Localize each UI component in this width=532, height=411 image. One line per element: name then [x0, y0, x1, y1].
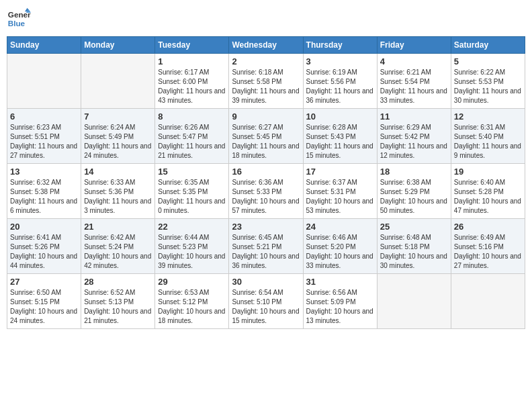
- svg-text:Blue: Blue: [8, 19, 26, 28]
- day-info: Sunrise: 6:22 AM Sunset: 5:53 PM Dayligh…: [454, 68, 522, 105]
- day-number: 29: [158, 277, 226, 287]
- day-number: 11: [380, 111, 448, 122]
- day-number: 26: [454, 222, 522, 232]
- day-number: 24: [306, 222, 374, 232]
- weekday-header: Saturday: [451, 37, 525, 54]
- day-info: Sunrise: 6:40 AM Sunset: 5:28 PM Dayligh…: [454, 178, 522, 216]
- day-info: Sunrise: 6:45 AM Sunset: 5:21 PM Dayligh…: [232, 233, 300, 271]
- day-number: 13: [10, 167, 78, 177]
- day-number: 5: [454, 56, 522, 66]
- logo-icon: General Blue: [7, 7, 31, 31]
- day-info: Sunrise: 6:29 AM Sunset: 5:42 PM Dayligh…: [380, 123, 448, 161]
- day-info: Sunrise: 6:36 AM Sunset: 5:33 PM Dayligh…: [232, 178, 300, 216]
- day-info: Sunrise: 6:18 AM Sunset: 5:58 PM Dayligh…: [232, 68, 300, 105]
- day-number: 7: [84, 111, 152, 122]
- calendar-cell: 21Sunrise: 6:42 AM Sunset: 5:24 PM Dayli…: [81, 219, 155, 274]
- calendar-cell: 9Sunrise: 6:27 AM Sunset: 5:45 PM Daylig…: [229, 109, 303, 164]
- weekday-header: Friday: [377, 37, 451, 54]
- calendar-cell: 6Sunrise: 6:23 AM Sunset: 5:51 PM Daylig…: [7, 109, 81, 164]
- calendar-cell: 26Sunrise: 6:49 AM Sunset: 5:16 PM Dayli…: [451, 219, 525, 274]
- calendar-cell: 1Sunrise: 6:17 AM Sunset: 6:00 PM Daylig…: [155, 54, 229, 109]
- calendar-cell: 7Sunrise: 6:24 AM Sunset: 5:49 PM Daylig…: [81, 109, 155, 164]
- day-info: Sunrise: 6:50 AM Sunset: 5:15 PM Dayligh…: [10, 288, 78, 326]
- calendar-cell: 28Sunrise: 6:52 AM Sunset: 5:13 PM Dayli…: [81, 274, 155, 329]
- day-info: Sunrise: 6:56 AM Sunset: 5:09 PM Dayligh…: [306, 288, 374, 326]
- weekday-header: Wednesday: [229, 37, 303, 54]
- calendar-cell: 19Sunrise: 6:40 AM Sunset: 5:28 PM Dayli…: [451, 164, 525, 219]
- day-number: 20: [10, 222, 78, 232]
- day-info: Sunrise: 6:23 AM Sunset: 5:51 PM Dayligh…: [10, 123, 78, 161]
- calendar-week-row: 1Sunrise: 6:17 AM Sunset: 6:00 PM Daylig…: [7, 54, 525, 109]
- day-info: Sunrise: 6:28 AM Sunset: 5:43 PM Dayligh…: [306, 123, 374, 161]
- day-number: 23: [232, 222, 300, 232]
- day-info: Sunrise: 6:26 AM Sunset: 5:47 PM Dayligh…: [158, 123, 226, 161]
- day-info: Sunrise: 6:42 AM Sunset: 5:24 PM Dayligh…: [84, 233, 152, 271]
- weekday-header-row: SundayMondayTuesdayWednesdayThursdayFrid…: [7, 37, 525, 54]
- day-info: Sunrise: 6:17 AM Sunset: 6:00 PM Dayligh…: [158, 68, 226, 105]
- day-info: Sunrise: 6:33 AM Sunset: 5:36 PM Dayligh…: [84, 178, 152, 216]
- day-info: Sunrise: 6:38 AM Sunset: 5:29 PM Dayligh…: [380, 178, 448, 216]
- calendar-week-row: 13Sunrise: 6:32 AM Sunset: 5:38 PM Dayli…: [7, 164, 525, 219]
- day-info: Sunrise: 6:19 AM Sunset: 5:56 PM Dayligh…: [306, 68, 374, 105]
- calendar-cell: 20Sunrise: 6:41 AM Sunset: 5:26 PM Dayli…: [7, 219, 81, 274]
- calendar-cell: [81, 54, 155, 109]
- weekday-header: Thursday: [303, 37, 377, 54]
- calendar-cell: 11Sunrise: 6:29 AM Sunset: 5:42 PM Dayli…: [377, 109, 451, 164]
- day-number: 17: [306, 167, 374, 177]
- calendar-week-row: 20Sunrise: 6:41 AM Sunset: 5:26 PM Dayli…: [7, 219, 525, 274]
- calendar-week-row: 27Sunrise: 6:50 AM Sunset: 5:15 PM Dayli…: [7, 274, 525, 329]
- day-number: 27: [10, 277, 78, 287]
- calendar-cell: 12Sunrise: 6:31 AM Sunset: 5:40 PM Dayli…: [451, 109, 525, 164]
- day-number: 14: [84, 167, 152, 177]
- calendar-cell: 30Sunrise: 6:54 AM Sunset: 5:10 PM Dayli…: [229, 274, 303, 329]
- day-number: 15: [158, 167, 226, 177]
- day-number: 1: [158, 56, 226, 66]
- day-info: Sunrise: 6:37 AM Sunset: 5:31 PM Dayligh…: [306, 178, 374, 216]
- calendar-cell: 22Sunrise: 6:44 AM Sunset: 5:23 PM Dayli…: [155, 219, 229, 274]
- calendar-cell: [377, 274, 451, 329]
- day-info: Sunrise: 6:53 AM Sunset: 5:12 PM Dayligh…: [158, 288, 226, 326]
- day-info: Sunrise: 6:54 AM Sunset: 5:10 PM Dayligh…: [232, 288, 300, 326]
- day-info: Sunrise: 6:31 AM Sunset: 5:40 PM Dayligh…: [454, 123, 522, 161]
- day-info: Sunrise: 6:32 AM Sunset: 5:38 PM Dayligh…: [10, 178, 78, 216]
- day-info: Sunrise: 6:24 AM Sunset: 5:49 PM Dayligh…: [84, 123, 152, 161]
- day-info: Sunrise: 6:27 AM Sunset: 5:45 PM Dayligh…: [232, 123, 300, 161]
- calendar-cell: 23Sunrise: 6:45 AM Sunset: 5:21 PM Dayli…: [229, 219, 303, 274]
- day-number: 28: [84, 277, 152, 287]
- calendar-week-row: 6Sunrise: 6:23 AM Sunset: 5:51 PM Daylig…: [7, 109, 525, 164]
- day-number: 10: [306, 111, 374, 122]
- weekday-header: Monday: [81, 37, 155, 54]
- calendar-cell: 29Sunrise: 6:53 AM Sunset: 5:12 PM Dayli…: [155, 274, 229, 329]
- calendar-cell: 5Sunrise: 6:22 AM Sunset: 5:53 PM Daylig…: [451, 54, 525, 109]
- day-number: 25: [380, 222, 448, 232]
- day-number: 19: [454, 167, 522, 177]
- day-number: 4: [380, 56, 448, 66]
- calendar-cell: [7, 54, 81, 109]
- day-info: Sunrise: 6:48 AM Sunset: 5:18 PM Dayligh…: [380, 233, 448, 271]
- calendar-table: SundayMondayTuesdayWednesdayThursdayFrid…: [7, 36, 525, 329]
- day-info: Sunrise: 6:44 AM Sunset: 5:23 PM Dayligh…: [158, 233, 226, 271]
- day-info: Sunrise: 6:21 AM Sunset: 5:54 PM Dayligh…: [380, 68, 448, 105]
- calendar-cell: 24Sunrise: 6:46 AM Sunset: 5:20 PM Dayli…: [303, 219, 377, 274]
- day-number: 2: [232, 56, 300, 66]
- page-header: General Blue: [7, 7, 525, 31]
- calendar-cell: 3Sunrise: 6:19 AM Sunset: 5:56 PM Daylig…: [303, 54, 377, 109]
- day-info: Sunrise: 6:52 AM Sunset: 5:13 PM Dayligh…: [84, 288, 152, 326]
- weekday-header: Sunday: [7, 37, 81, 54]
- calendar-cell: 4Sunrise: 6:21 AM Sunset: 5:54 PM Daylig…: [377, 54, 451, 109]
- day-number: 16: [232, 167, 300, 177]
- day-number: 8: [158, 111, 226, 122]
- day-info: Sunrise: 6:46 AM Sunset: 5:20 PM Dayligh…: [306, 233, 374, 271]
- weekday-header: Tuesday: [155, 37, 229, 54]
- calendar-cell: [451, 274, 525, 329]
- day-info: Sunrise: 6:49 AM Sunset: 5:16 PM Dayligh…: [454, 233, 522, 271]
- day-info: Sunrise: 6:41 AM Sunset: 5:26 PM Dayligh…: [10, 233, 78, 271]
- day-info: Sunrise: 6:35 AM Sunset: 5:35 PM Dayligh…: [158, 178, 226, 216]
- logo: General Blue: [7, 7, 31, 31]
- calendar-cell: 18Sunrise: 6:38 AM Sunset: 5:29 PM Dayli…: [377, 164, 451, 219]
- day-number: 22: [158, 222, 226, 232]
- day-number: 21: [84, 222, 152, 232]
- calendar-cell: 2Sunrise: 6:18 AM Sunset: 5:58 PM Daylig…: [229, 54, 303, 109]
- day-number: 18: [380, 167, 448, 177]
- calendar-cell: 14Sunrise: 6:33 AM Sunset: 5:36 PM Dayli…: [81, 164, 155, 219]
